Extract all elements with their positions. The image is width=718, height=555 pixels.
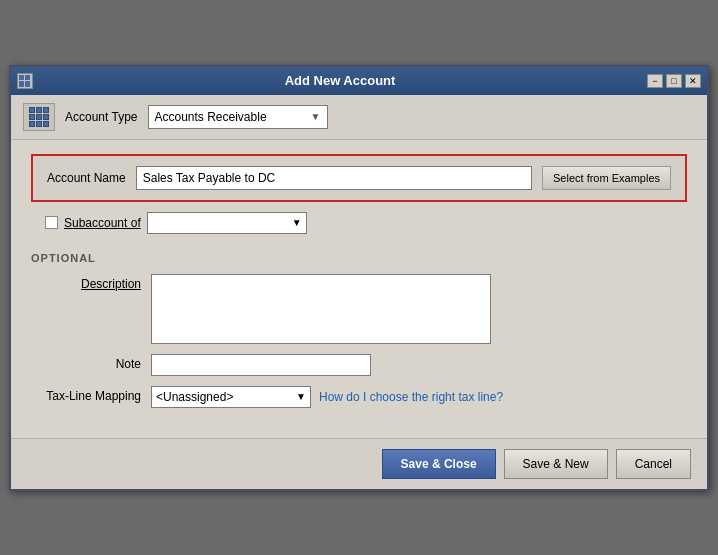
dropdown-arrow-icon: ▼: [311, 111, 321, 122]
tax-line-controls: <Unassigned> ▼ How do I choose the right…: [151, 386, 503, 408]
footer: Save & Close Save & New Cancel: [11, 438, 707, 489]
optional-section: OPTIONAL Description Note Tax-Line Mappi…: [31, 246, 687, 424]
minimize-button[interactable]: −: [647, 74, 663, 88]
subaccount-label: Subaccount of: [64, 216, 141, 230]
window-icon: [17, 73, 33, 89]
description-label: Description: [31, 274, 141, 291]
select-examples-button[interactable]: Select from Examples: [542, 166, 671, 190]
subaccount-row: Subaccount of ▼: [31, 212, 687, 234]
account-name-input[interactable]: [136, 166, 532, 190]
cancel-button[interactable]: Cancel: [616, 449, 691, 479]
note-input[interactable]: [151, 354, 371, 376]
account-type-label: Account Type: [65, 110, 138, 124]
toolbar: Account Type Accounts Receivable ▼: [11, 95, 707, 140]
title-bar: Add New Account − □ ✕: [11, 67, 707, 95]
window-controls: − □ ✕: [647, 74, 701, 88]
add-new-account-dialog: Add New Account − □ ✕ Account Type Accou…: [9, 65, 709, 491]
main-content: Account Name Select from Examples Subacc…: [11, 140, 707, 438]
account-type-dropdown[interactable]: Accounts Receivable ▼: [148, 105, 328, 129]
account-type-value: Accounts Receivable: [155, 110, 267, 124]
tax-line-label: Tax-Line Mapping: [31, 386, 141, 403]
optional-label: OPTIONAL: [31, 252, 687, 264]
save-new-button[interactable]: Save & New: [504, 449, 608, 479]
grid-icon: [29, 107, 49, 127]
subaccount-arrow-icon: ▼: [292, 217, 302, 228]
note-row: Note: [31, 354, 687, 376]
description-textarea[interactable]: [151, 274, 491, 344]
account-name-section: Account Name Select from Examples: [31, 154, 687, 202]
subaccount-checkbox[interactable]: [45, 216, 58, 229]
maximize-button[interactable]: □: [666, 74, 682, 88]
dialog-title: Add New Account: [33, 73, 647, 88]
subaccount-dropdown[interactable]: ▼: [147, 212, 307, 234]
tax-line-arrow-icon: ▼: [296, 391, 306, 402]
tax-line-dropdown[interactable]: <Unassigned> ▼: [151, 386, 311, 408]
save-close-button[interactable]: Save & Close: [382, 449, 496, 479]
description-row: Description: [31, 274, 687, 344]
account-name-label: Account Name: [47, 171, 126, 185]
tax-line-value: <Unassigned>: [156, 390, 233, 404]
toolbar-icon: [23, 103, 55, 131]
tax-line-row: Tax-Line Mapping <Unassigned> ▼ How do I…: [31, 386, 687, 408]
tax-line-help-link[interactable]: How do I choose the right tax line?: [319, 390, 503, 404]
note-label: Note: [31, 354, 141, 371]
close-button[interactable]: ✕: [685, 74, 701, 88]
